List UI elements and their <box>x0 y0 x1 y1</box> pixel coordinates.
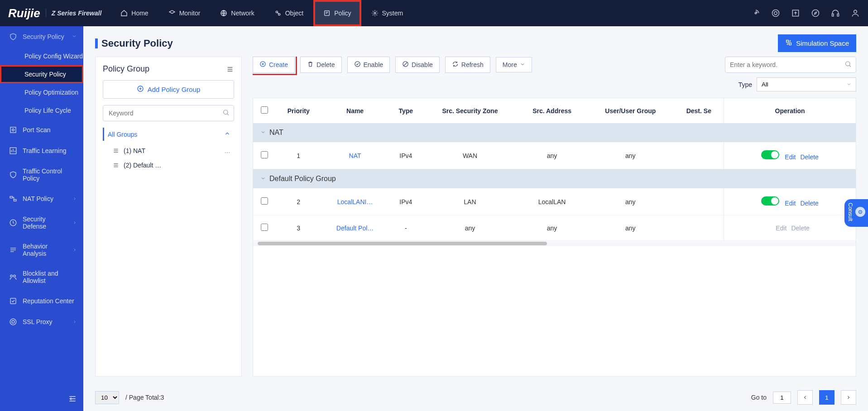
ban-icon <box>402 61 409 69</box>
group-panel-title: Policy Group <box>103 64 149 74</box>
sidebar-policy-life-cycle[interactable]: Policy Life Cycle <box>0 101 83 119</box>
disable-button[interactable]: Disable <box>395 57 440 73</box>
brand-sub: Z Series Firewall <box>52 10 102 17</box>
delete-button[interactable]: Delete <box>300 57 341 73</box>
scroll-thumb[interactable] <box>258 242 547 245</box>
edit-link[interactable]: Edit <box>785 200 796 207</box>
cell-src-addr: LocalLAN <box>517 188 587 215</box>
goto-input[interactable] <box>773 392 791 404</box>
topnav-monitor[interactable]: Monitor <box>158 0 211 26</box>
cell-operation: EditDelete <box>724 188 856 215</box>
sidebar-security-defense[interactable]: Security Defense <box>0 209 83 236</box>
chevron-down-icon <box>260 175 266 182</box>
horizontal-scrollbar[interactable] <box>253 241 856 246</box>
tree-item-more[interactable]: … <box>224 147 231 154</box>
topnav-system[interactable]: System <box>361 0 413 26</box>
svg-rect-11 <box>837 14 839 16</box>
tree-item-default[interactable]: (2) Default … <box>110 158 234 172</box>
table-group-row[interactable]: Default Policy Group <box>253 169 856 189</box>
row-checkbox[interactable] <box>261 224 268 231</box>
main: Security Policy Simulation Space Policy … <box>83 26 868 411</box>
more-button[interactable]: More <box>496 57 532 72</box>
sidebar-ssl-proxy[interactable]: SSL Proxy <box>0 311 83 332</box>
topnav-home[interactable]: Home <box>110 0 158 26</box>
cell-name-link[interactable]: Default Pol… <box>336 225 374 232</box>
select-all-checkbox[interactable] <box>261 106 268 114</box>
table-group-row[interactable]: NAT <box>253 123 856 142</box>
page-size-select[interactable]: 10 <box>95 391 119 404</box>
keyword-input[interactable] <box>725 57 856 73</box>
tree-item-label: (2) Default … <box>124 162 161 169</box>
consult-tab[interactable]: ⊙ Consult <box>844 199 868 227</box>
top-icons <box>751 9 860 18</box>
cell-name-link[interactable]: NAT <box>349 152 361 159</box>
search-icon[interactable] <box>222 109 230 118</box>
sidebar-traffic-learning[interactable]: Traffic Learning <box>0 140 83 161</box>
sidebar-security-policy-header[interactable]: Security Policy <box>0 26 83 47</box>
reputation-icon <box>9 297 17 305</box>
svg-line-39 <box>227 114 229 115</box>
wifi-icon[interactable] <box>751 9 760 18</box>
collapse-sidebar-icon[interactable] <box>68 394 77 405</box>
brand-divider <box>46 9 46 18</box>
type-select[interactable]: All <box>757 77 856 91</box>
user-icon[interactable] <box>851 9 860 18</box>
next-page-button[interactable] <box>841 390 856 405</box>
sidebar-config-wizard[interactable]: Policy Config Wizard <box>0 47 83 65</box>
more-label: More <box>503 61 517 68</box>
sidebar-policy-optimization[interactable]: Policy Optimization <box>0 83 83 101</box>
sidebar-blocklist[interactable]: Blocklist and Allowlist <box>0 263 83 291</box>
chevron-up-icon <box>224 130 230 138</box>
delete-link[interactable]: Delete <box>800 153 818 161</box>
row-toggle[interactable] <box>761 196 779 206</box>
refresh-button[interactable]: Refresh <box>445 57 490 73</box>
sidebar-traffic-control[interactable]: Traffic Control Policy <box>0 161 83 188</box>
page-header: Security Policy Simulation Space <box>83 26 868 57</box>
enable-button[interactable]: Enable <box>347 57 390 73</box>
add-group-label: Add Policy Group <box>148 86 201 93</box>
edit-link[interactable]: Edit <box>785 153 796 161</box>
tree-root-all-groups[interactable]: All Groups <box>103 128 234 141</box>
simulation-space-button[interactable]: Simulation Space <box>778 34 856 52</box>
cell-src-zone: any <box>423 215 517 241</box>
page-1-button[interactable]: 1 <box>819 390 834 405</box>
simulation-icon <box>785 39 792 48</box>
row-checkbox[interactable] <box>261 151 268 158</box>
chart-icon <box>9 147 17 155</box>
sidebar-behavior-analysis[interactable]: Behavior Analysis <box>0 236 83 263</box>
globe-icon[interactable] <box>771 9 780 18</box>
create-button[interactable]: Create <box>253 57 295 73</box>
create-label: Create <box>269 61 288 68</box>
cell-src-addr: any <box>517 142 587 169</box>
policy-table-wrap: Priority Name Type Src. Security Zone Sr… <box>253 98 856 377</box>
headset-icon[interactable] <box>831 9 840 18</box>
list-view-icon[interactable] <box>226 66 234 72</box>
sidebar-nat-policy[interactable]: NAT Policy <box>0 188 83 209</box>
group-search-input[interactable] <box>103 105 234 121</box>
simulation-label: Simulation Space <box>796 39 849 47</box>
search-icon[interactable] <box>844 61 852 69</box>
disable-label: Disable <box>412 61 433 68</box>
topnav-policy[interactable]: Policy <box>313 0 361 26</box>
tree-root-label: All Groups <box>108 131 137 138</box>
row-toggle[interactable] <box>761 150 779 159</box>
tree-item-nat[interactable]: (1) NAT … <box>110 143 234 158</box>
cell-dest-se <box>674 215 724 241</box>
policy-table-panel: Create Delete Enable Disable <box>253 57 856 377</box>
network-icon <box>220 10 227 17</box>
list-icon <box>113 162 119 168</box>
add-policy-group-button[interactable]: Add Policy Group <box>103 80 234 99</box>
row-checkbox[interactable] <box>261 197 268 205</box>
sidebar-port-scan[interactable]: Port Scan <box>0 119 83 140</box>
upload-icon[interactable] <box>791 9 800 18</box>
cell-type: IPv4 <box>389 142 423 169</box>
cell-name-link[interactable]: LocalLANI… <box>337 198 373 206</box>
sidebar-security-policy[interactable]: Security Policy <box>0 65 83 83</box>
compass-icon[interactable] <box>811 9 820 18</box>
topnav-object[interactable]: Object <box>264 0 313 26</box>
topnav-network[interactable]: Network <box>210 0 264 26</box>
chevron-down-icon <box>520 61 525 68</box>
prev-page-button[interactable] <box>797 390 813 405</box>
delete-link[interactable]: Delete <box>800 200 818 207</box>
sidebar-reputation[interactable]: Reputation Center <box>0 291 83 311</box>
